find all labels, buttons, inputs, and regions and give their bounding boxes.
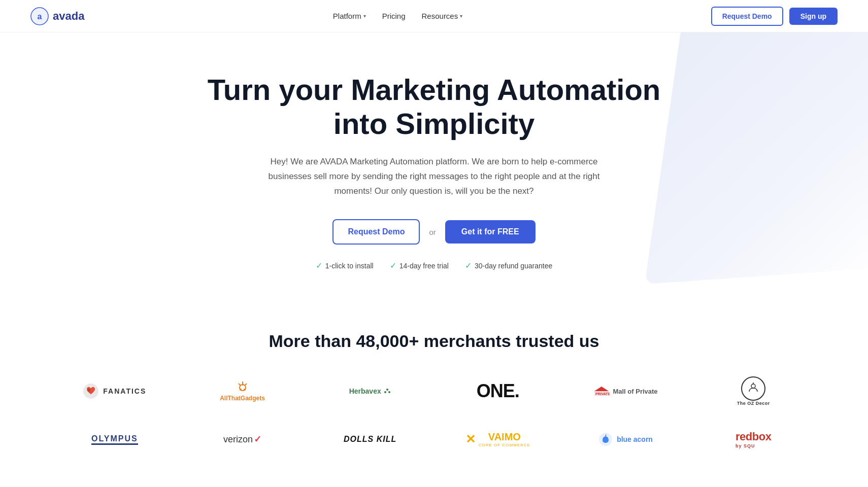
logo-vaimo: ✕ VAIMO CORE OF COMMERCE — [434, 431, 562, 447]
verizon-label: verizon — [223, 434, 253, 445]
logo-fanatics: FANATICS — [51, 383, 179, 399]
logo-mall: PRIVATE Mall of Private — [562, 386, 690, 396]
resources-chevron-icon: ▾ — [460, 13, 462, 19]
svg-marker-14 — [594, 387, 609, 391]
vaimo-main-label: VAIMO — [479, 431, 530, 443]
allthat-label: AllThatGadgets — [220, 395, 265, 402]
badge-refund: ✓ 30-day refund guarantee — [465, 261, 552, 270]
nav-pricing[interactable]: Pricing — [376, 8, 412, 24]
fanatics-label: FANATICS — [103, 387, 146, 395]
svg-point-11 — [384, 391, 386, 393]
logo-allthat: AllThatGadgets — [179, 380, 307, 402]
badge-install: ✓ 1-click to install — [316, 261, 374, 270]
logo[interactable]: a avada — [30, 7, 84, 25]
olympus-label: OLYMPUS — [91, 434, 138, 445]
avada-logo-icon: a — [30, 7, 49, 25]
logo-blueacorn: blue acorn — [562, 432, 690, 446]
hero-section: Turn your Marketing Automation into Simp… — [0, 32, 868, 301]
fanatics-heart-icon — [83, 383, 99, 399]
hero-get-free-button[interactable]: Get it for FREE — [445, 220, 536, 244]
navbar: a avada Platform ▾ Pricing Resources ▾ R… — [0, 0, 868, 32]
trusted-title: More than 48,000+ merchants trusted us — [41, 331, 827, 351]
svg-point-10 — [386, 389, 388, 391]
check-trial-icon: ✓ — [390, 261, 396, 270]
svg-point-8 — [240, 389, 242, 391]
logo-text: avada — [53, 10, 84, 23]
logo-ozdecor: The OZ Decor — [689, 376, 817, 406]
hero-badges: ✓ 1-click to install ✓ 14-day free trial… — [10, 261, 858, 270]
herbavex-label: Herbavex — [349, 387, 381, 395]
nav-signup-button[interactable]: Sign up — [789, 8, 838, 25]
logo-dolls: DOLLS KILL — [306, 435, 434, 444]
hero-cta-group: Request Demo or Get it for FREE — [10, 219, 858, 245]
vaimo-x-icon: ✕ — [465, 432, 476, 446]
hero-bg-decoration — [645, 32, 868, 284]
trusted-section: More than 48,000+ merchants trusted us F… — [0, 301, 868, 487]
svg-point-16 — [751, 384, 755, 388]
vaimo-sub-label: CORE OF COMMERCE — [479, 443, 530, 447]
logo-herbavex: Herbavex — [306, 387, 434, 395]
one-label: ONE. — [477, 380, 519, 402]
svg-point-3 — [87, 389, 90, 392]
svg-text:a: a — [38, 12, 42, 21]
hero-or-text: or — [429, 228, 436, 236]
nav-platform[interactable]: Platform ▾ — [327, 8, 372, 24]
svg-text:PRIVATE: PRIVATE — [595, 392, 610, 396]
redbox-sub-label: by SQU — [736, 443, 755, 448]
nav-links: Platform ▾ Pricing Resources ▾ — [327, 8, 469, 24]
check-refund-icon: ✓ — [465, 261, 472, 270]
blueacorn-label: blue acorn — [617, 435, 653, 443]
allthat-icon — [236, 380, 250, 395]
hero-subtitle: Hey! We are AVADA Marketing Automation p… — [261, 155, 607, 199]
ozdecor-inner-icon — [746, 381, 760, 396]
svg-point-12 — [388, 391, 390, 393]
nav-request-demo-button[interactable]: Request Demo — [711, 7, 783, 26]
platform-chevron-icon: ▾ — [363, 13, 366, 19]
logo-verizon: verizon ✓ — [179, 434, 307, 445]
herbavex-dots-icon — [383, 387, 391, 395]
nav-actions: Request Demo Sign up — [711, 7, 838, 26]
badge-trial: ✓ 14-day free trial — [390, 261, 449, 270]
ozdecor-circle-icon — [741, 376, 765, 401]
check-install-icon: ✓ — [316, 261, 322, 270]
logo-olympus: OLYMPUS — [51, 434, 179, 445]
hero-request-demo-button[interactable]: Request Demo — [332, 219, 420, 245]
blueacorn-icon — [598, 432, 613, 446]
mall-label: Mall of Private — [613, 388, 657, 395]
nav-resources[interactable]: Resources ▾ — [416, 8, 469, 24]
ozdecor-label: The OZ Decor — [737, 401, 770, 406]
logos-row-2: OLYMPUS verizon ✓ DOLLS KILL ✕ VAIMO COR… — [41, 430, 827, 448]
dollskill-label: DOLLS KILL — [344, 435, 396, 444]
mall-icon: PRIVATE — [593, 386, 610, 396]
logo-one: ONE. — [434, 380, 562, 402]
logo-redbox: redbox by SQU — [689, 430, 817, 448]
verizon-checkmark-icon: ✓ — [254, 434, 261, 445]
logos-row-1: FANATICS AllThatGadgets Herbavex — [41, 376, 827, 406]
svg-point-9 — [244, 389, 246, 391]
hero-heading: Turn your Marketing Automation into Simp… — [206, 73, 662, 141]
redbox-main-label: redbox — [736, 430, 771, 443]
